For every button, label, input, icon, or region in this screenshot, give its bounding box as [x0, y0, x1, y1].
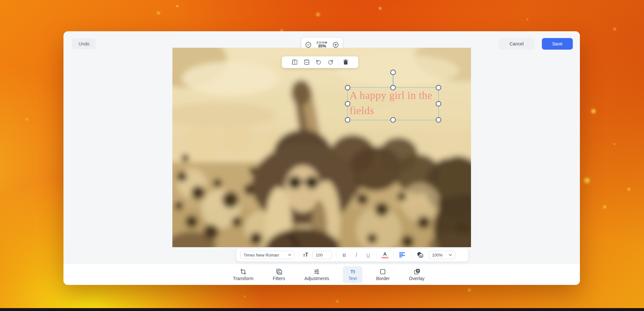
tool-tabs: Transform Filters	[227, 266, 430, 283]
rotate-handle[interactable]	[390, 70, 396, 75]
bokeh-particles	[0, 0, 1, 1]
filters-layers-icon	[276, 268, 282, 275]
bold-button[interactable]: B	[341, 250, 348, 259]
toolbar-divider	[336, 251, 336, 259]
font-family-select[interactable]: Times New Roman	[240, 251, 294, 259]
size-icon-large: T	[305, 252, 308, 258]
opacity-blend-button[interactable]	[416, 250, 425, 259]
font-size-input[interactable]	[312, 251, 332, 259]
canvas[interactable]: A happy girl in the fields	[172, 48, 471, 247]
text-color-swatch	[381, 257, 389, 258]
toolbar-divider	[393, 251, 394, 259]
rotate-right-button[interactable]	[326, 58, 335, 67]
text-tt-icon: Tt	[351, 268, 355, 275]
italic-button[interactable]: I	[352, 250, 360, 259]
flip-vertical-button[interactable]	[302, 58, 311, 67]
tab-label: Transform	[233, 276, 253, 281]
bottom-strip	[0, 308, 644, 311]
trash-icon	[342, 59, 349, 66]
align-left-icon	[399, 252, 406, 258]
tab-label: Text	[349, 276, 357, 281]
tab-text[interactable]: Tt Text	[343, 266, 363, 283]
opacity-value: 100%	[432, 253, 443, 258]
toolbar-divider	[411, 251, 411, 259]
plus-icon	[332, 41, 339, 48]
text-color-letter: A	[383, 251, 387, 256]
tab-label: Filters	[273, 276, 285, 281]
flip-vertical-icon	[303, 59, 310, 66]
overlay-plus-icon	[414, 268, 420, 275]
tab-label: Overlay	[409, 276, 424, 281]
tab-overlay[interactable]: Overlay	[403, 266, 430, 283]
editor-modal: Undo ZOOM 35% Cancel Save	[63, 31, 580, 285]
resize-handle-nw[interactable]	[345, 85, 351, 91]
tab-label: Adjustments	[304, 276, 329, 281]
tab-filters[interactable]: Filters	[267, 266, 291, 283]
tab-label: Border	[376, 276, 389, 281]
resize-handle-w[interactable]	[345, 101, 351, 107]
undo-button[interactable]: Undo	[72, 38, 96, 49]
sliders-icon	[313, 268, 320, 275]
resize-handle-sw[interactable]	[345, 117, 351, 123]
resize-handle-n[interactable]	[390, 85, 396, 91]
tab-adjustments[interactable]: Adjustments	[299, 266, 335, 283]
rotate-right-icon	[327, 59, 334, 66]
flip-horizontal-icon	[291, 59, 298, 66]
text-color-button[interactable]: A	[381, 251, 389, 258]
resize-handle-e[interactable]	[436, 101, 441, 107]
font-family-value: Times New Roman	[244, 253, 279, 258]
cancel-button[interactable]: Cancel	[498, 38, 535, 50]
minus-icon	[305, 41, 312, 48]
underline-button[interactable]: U	[364, 250, 372, 259]
resize-handle-se[interactable]	[436, 117, 441, 123]
footer-bar: Transform Filters	[63, 264, 580, 285]
toolbar-divider	[338, 58, 338, 66]
chevron-down-icon	[449, 254, 452, 256]
font-size-icon: TT	[303, 252, 308, 258]
flip-horizontal-button[interactable]	[290, 58, 299, 67]
save-button[interactable]: Save	[542, 38, 573, 50]
crop-icon	[240, 268, 246, 275]
resize-handle-ne[interactable]	[436, 85, 441, 91]
border-square-icon	[380, 268, 386, 275]
rotate-left-icon	[315, 59, 322, 66]
page-background: Undo ZOOM 35% Cancel Save	[0, 0, 644, 311]
object-toolbar	[282, 56, 358, 68]
text-overlay[interactable]: A happy girl in the fields	[348, 88, 438, 118]
tab-transform[interactable]: Transform	[227, 266, 259, 283]
photo-image	[172, 48, 471, 247]
rotate-left-button[interactable]	[314, 58, 323, 67]
delete-button[interactable]	[341, 58, 350, 67]
align-left-button[interactable]	[398, 250, 407, 259]
toolbar-divider	[376, 251, 377, 259]
toolbar-divider	[299, 251, 299, 259]
tab-border[interactable]: Border	[370, 266, 395, 283]
blend-circles-icon	[416, 251, 424, 259]
text-selection-box[interactable]: A happy girl in the fields	[347, 87, 439, 120]
text-format-toolbar: Times New Roman TT B I U A	[236, 248, 468, 262]
opacity-select[interactable]: 100%	[429, 251, 455, 259]
chevron-down-icon	[288, 254, 291, 256]
resize-handle-s[interactable]	[390, 117, 396, 123]
